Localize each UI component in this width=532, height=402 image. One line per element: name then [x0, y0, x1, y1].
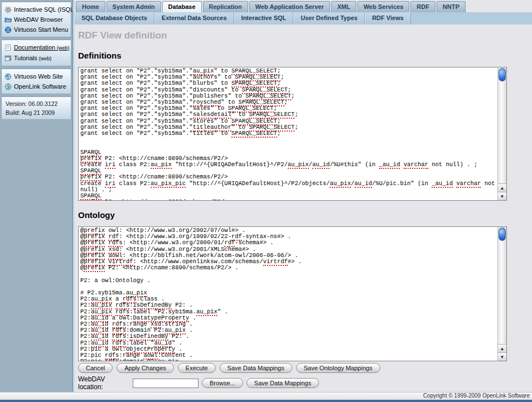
- scrollbar-thumb[interactable]: [499, 227, 506, 241]
- sidebar-item-interactive-sql[interactable]: Interactive SQL (ISQL): [3, 4, 70, 14]
- copyright-text: Copyright © 1999-2009 OpenLink Software: [423, 393, 530, 399]
- folder-icon: [4, 16, 12, 23]
- execute-button[interactable]: Execute: [178, 363, 216, 373]
- scroll-down-button[interactable]: ▼: [498, 192, 506, 200]
- webdav-location-label: WebDAV location:: [78, 375, 129, 391]
- definitions-heading: Definitions: [78, 51, 532, 60]
- sidebar-item-label: Documentation (web): [14, 43, 70, 52]
- scroll-up-button[interactable]: ▲: [498, 183, 506, 192]
- action-button-row: Cancel Apply Changes Execute Save Data M…: [78, 363, 532, 373]
- tab-system-admin[interactable]: System Admin: [107, 1, 161, 12]
- sub-tab-bar: SQL Database Objects External Data Sourc…: [75, 12, 532, 25]
- tab-home[interactable]: Home: [76, 1, 105, 12]
- sidebar-version-panel: Version: 06.00.3122 Build: Aug 21 2009: [1, 96, 71, 120]
- globe-swirl-icon: [4, 26, 12, 33]
- sidebar: Interactive SQL (ISQL) WebDAV Browser Vi…: [0, 0, 72, 392]
- version-text: Version: 06.00.3122: [3, 99, 70, 108]
- sidebar-item-label: Virtuoso Start Menu: [14, 25, 68, 34]
- browse-data-button[interactable]: Browse...: [202, 378, 243, 388]
- tab-rdf[interactable]: RDF: [410, 1, 436, 12]
- definitions-code: grant select on "P2"."syb15ma"."au_pix" …: [79, 67, 506, 200]
- tab-xml[interactable]: XML: [331, 1, 356, 12]
- scrollbar-track[interactable]: [498, 227, 506, 344]
- virtuoso-conductor-window: Interactive SQL (ISQL) WebDAV Browser Vi…: [0, 0, 532, 402]
- sidebar-item-label: Tutorials (web): [14, 54, 51, 63]
- tab-web-application-server[interactable]: Web Application Server: [249, 1, 330, 12]
- sidebar-item-label: Virtuoso Web Site: [14, 72, 63, 81]
- sidebar-links-panel: Virtuoso Web Site OpenLink Software: [1, 69, 71, 94]
- sidebar-item-openlink-software[interactable]: OpenLink Software: [3, 81, 70, 91]
- build-text: Build: Aug 21 2009: [3, 108, 70, 117]
- sidebar-item-webdav-browser[interactable]: WebDAV Browser: [3, 14, 70, 25]
- footer-bar: Copyright © 1999-2009 OpenLink Software: [0, 392, 532, 400]
- sidebar-item-virtuoso-web-site[interactable]: Virtuoso Web Site: [3, 71, 70, 81]
- subtab-sql-database-objects[interactable]: SQL Database Objects: [75, 12, 154, 25]
- tutorials-icon: [4, 55, 12, 62]
- save-data-mappings-webdav-button[interactable]: Save Data Mappings: [246, 378, 319, 388]
- globe-icon: [4, 73, 12, 80]
- page-title: RDF View definition: [78, 30, 532, 41]
- save-ontology-mappings-button[interactable]: Save Ontology Mappings: [296, 363, 380, 373]
- save-data-mappings-button[interactable]: Save Data Mappings: [220, 363, 292, 373]
- main-tab-bar: Home System Admin Database Replication W…: [75, 0, 532, 12]
- subtab-external-data-sources[interactable]: External Data Sources: [154, 12, 234, 25]
- gear-icon: [4, 6, 12, 13]
- scroll-down-button[interactable]: ▼: [498, 352, 506, 361]
- sidebar-docs-panel: Documentation (web) Tutorials (web): [1, 40, 71, 66]
- sidebar-item-tutorials[interactable]: Tutorials (web): [3, 53, 70, 64]
- sidebar-item-virtuoso-start-menu[interactable]: Virtuoso Start Menu: [3, 25, 70, 35]
- sidebar-tools-panel: Interactive SQL (ISQL) WebDAV Browser Vi…: [1, 2, 71, 37]
- tab-database[interactable]: Database: [162, 1, 202, 12]
- ontology-code: @prefix owl: <http://www.w3.org/2002/07/…: [79, 227, 506, 361]
- scroll-up-button[interactable]: ▲: [498, 344, 506, 352]
- scrollbar-track[interactable]: [498, 67, 506, 183]
- globe-icon: [4, 83, 12, 90]
- subtab-rdf-views[interactable]: RDF Views: [365, 12, 411, 25]
- tab-replication[interactable]: Replication: [203, 1, 248, 12]
- document-icon: [4, 44, 12, 51]
- subtab-interactive-sql[interactable]: Interactive SQL: [234, 12, 294, 25]
- sidebar-item-label: OpenLink Software: [14, 82, 66, 91]
- ontology-textarea[interactable]: @prefix owl: <http://www.w3.org/2002/07/…: [78, 226, 507, 361]
- subtab-user-defined-types[interactable]: User Defined Types: [293, 12, 365, 25]
- tab-web-services[interactable]: Web Services: [357, 1, 409, 12]
- sidebar-item-label: WebDAV Browser: [14, 15, 63, 24]
- cancel-button[interactable]: Cancel: [78, 363, 113, 373]
- webdav-data-location-input[interactable]: [133, 379, 199, 388]
- webdav-data-row: WebDAV location: Browse... Save Data Map…: [78, 375, 532, 391]
- scrollbar-thumb[interactable]: [499, 68, 506, 81]
- tab-nntp[interactable]: NNTP: [437, 1, 466, 12]
- sidebar-item-label: Interactive SQL (ISQL): [14, 5, 76, 14]
- ontology-heading: Ontology: [78, 210, 532, 220]
- footer-accent-bar: [0, 400, 532, 402]
- apply-changes-button[interactable]: Apply Changes: [117, 363, 174, 373]
- definitions-textarea[interactable]: grant select on "P2"."syb15ma"."au_pix" …: [78, 67, 507, 201]
- ontology-scrollbar[interactable]: ▲ ▼: [497, 227, 506, 361]
- sidebar-item-documentation[interactable]: Documentation (web): [3, 42, 70, 53]
- definitions-scrollbar[interactable]: ▲ ▼: [497, 67, 506, 200]
